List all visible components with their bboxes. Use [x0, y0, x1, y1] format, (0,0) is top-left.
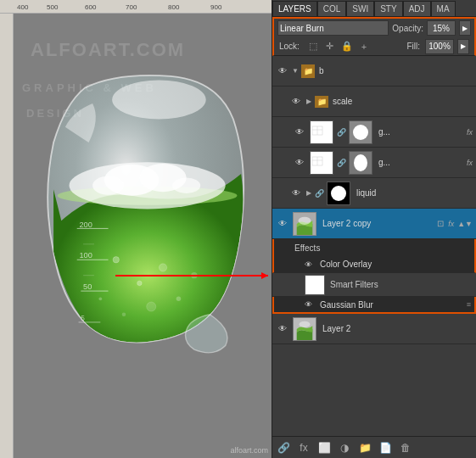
effect-name-gaussian-blur: Gaussian Blur	[320, 300, 373, 310]
visibility-smart-filters[interactable]: 👁	[286, 278, 300, 292]
canvas-area: 400 500 600 700 800 900 ALFOART.COM GRAP…	[0, 0, 272, 458]
opacity-input[interactable]	[427, 20, 456, 36]
layer-item-b[interactable]: 👁 ▼ 📁 b	[272, 56, 476, 87]
thumb-g1-mask	[349, 120, 372, 144]
adjustment-icon[interactable]: ◑	[337, 440, 352, 455]
svg-point-32	[354, 154, 367, 171]
watermark-brand: ALFOART.COM	[31, 39, 185, 61]
layer-item-liquid[interactable]: 👁 ▶ 🔗 liquid	[272, 178, 476, 209]
thumb-liquid	[327, 182, 350, 205]
svg-point-28	[353, 125, 368, 140]
layer-item-g2[interactable]: 👁 🔗 g... fx	[272, 148, 476, 178]
expand-liquid[interactable]: ▶	[305, 187, 313, 200]
tab-adj[interactable]: ADJ	[403, 1, 431, 16]
layer-name-layer2copy: Layer 2 copy	[322, 219, 434, 228]
new-layer-icon[interactable]: 📄	[378, 440, 393, 455]
layer-name-g2: g...	[378, 158, 463, 167]
ruler-left	[0, 14, 14, 458]
svg-point-35	[299, 216, 311, 224]
visibility-scale[interactable]: 👁	[289, 95, 303, 109]
folder-icon-b: 📁	[301, 64, 315, 78]
svg-point-13	[99, 297, 103, 300]
ruler-num-600: 600	[85, 3, 96, 11]
svg-point-33	[331, 186, 346, 201]
expand-scale[interactable]: ▶	[305, 95, 313, 109]
visibility-liquid[interactable]: 👁	[289, 187, 303, 200]
layer-item-layer2[interactable]: 👁 Layer 2	[272, 314, 476, 344]
visibility-gaussian-blur[interactable]: 👁	[301, 298, 315, 311]
tab-swi[interactable]: SWI	[346, 1, 374, 16]
visibility-b[interactable]: 👁	[276, 64, 289, 78]
link-layers-icon[interactable]: 🔗	[276, 440, 291, 455]
tab-layers[interactable]: LAYERS	[272, 1, 317, 16]
gaussian-blur-icon: ≡	[467, 300, 471, 309]
tab-ma[interactable]: MA	[431, 1, 456, 16]
layers-bottom-toolbar: 🔗 fx ⬜ ◑ 📁 📄 🗑	[272, 436, 476, 458]
link-liquid: 🔗	[315, 187, 323, 200]
svg-text:5: 5	[81, 315, 85, 322]
fill-arrow[interactable]: ▶	[457, 39, 469, 54]
link-g2: 🔗	[337, 156, 345, 170]
tab-col[interactable]: COL	[317, 1, 347, 16]
opacity-arrow[interactable]: ▶	[459, 20, 471, 36]
thumb-g1-white	[310, 120, 333, 144]
order-arrow-layer2copy: ▲▼	[457, 220, 473, 228]
layer-item-g1[interactable]: 👁 🔗 g... fx	[272, 117, 476, 148]
svg-point-14	[159, 264, 166, 271]
svg-point-12	[137, 281, 143, 286]
fx-badge-layer2copy: fx	[448, 220, 454, 228]
layers-list: 👁 ▼ 📁 b 👁 ▶ 📁 scale 👁 🔗	[272, 56, 476, 436]
visibility-layer2copy[interactable]: 👁	[276, 217, 289, 231]
layer-arrow-indicator	[115, 275, 268, 276]
folder-icon-scale: 📁	[315, 96, 328, 108]
ruler-num-900: 900	[210, 3, 221, 11]
svg-point-16	[122, 312, 126, 316]
panel-tabs: LAYERS COL SWI STY ADJ MA	[272, 0, 476, 17]
svg-point-24	[112, 80, 206, 119]
lock-pixels-icon[interactable]: ⬚	[306, 40, 320, 53]
blend-mode-select[interactable]: Linear Burn	[277, 20, 389, 36]
lock-all-icon[interactable]: +	[357, 40, 371, 53]
lock-fill-row: Lock: ⬚ ✛ 🔒 + Fill: ▶	[272, 37, 476, 56]
visibility-layer2[interactable]: 👁	[276, 322, 289, 336]
lock-image-icon[interactable]: 🔒	[340, 40, 354, 53]
layer-style-icon[interactable]: fx	[296, 440, 311, 455]
expand-b[interactable]: ▼	[291, 64, 300, 78]
svg-point-37	[300, 321, 311, 327]
fx-badge-g1: fx	[467, 128, 473, 137]
layer-item-layer2copy[interactable]: 👁 Layer 2 copy ⊡ fx ▲▼	[272, 209, 476, 239]
smart-object-layer2copy: ⊡	[436, 217, 445, 231]
add-mask-icon[interactable]: ⬜	[316, 440, 332, 455]
new-group-icon[interactable]: 📁	[357, 440, 372, 455]
lock-label: Lock:	[279, 42, 300, 51]
ruler-top: 400 500 600 700 800 900	[0, 0, 272, 14]
layer-name-scale: scale	[333, 97, 473, 106]
svg-point-23	[172, 178, 200, 193]
visibility-g1[interactable]: 👁	[293, 126, 306, 139]
smart-filters-item: 👁 Smart Filters	[272, 273, 476, 297]
layer-name-g1: g...	[378, 127, 463, 137]
layer-item-scale[interactable]: 👁 ▶ 📁 scale	[272, 87, 476, 117]
thumb-g2-white	[310, 151, 333, 175]
visibility-color-overlay[interactable]: 👁	[301, 258, 315, 271]
fill-label: Fill:	[406, 42, 420, 51]
blend-opacity-row: Linear Burn Opacity: ▶	[272, 17, 476, 37]
effect-color-overlay[interactable]: 👁 Color Overlay	[272, 256, 476, 273]
effect-name-color-overlay: Color Overlay	[320, 260, 372, 269]
canvas-content: ALFOART.COM GRAPHIC & WEB DESIGN	[14, 14, 272, 458]
lock-move-icon[interactable]: ✛	[323, 40, 337, 53]
site-watermark: alfoart.com	[230, 446, 268, 455]
ruler-num-400: 400	[17, 3, 28, 11]
layers-panel: LAYERS COL SWI STY ADJ MA Linear Burn Op…	[272, 0, 476, 458]
thumb-g2-mask	[349, 151, 372, 175]
effect-gaussian-blur[interactable]: 👁 Gaussian Blur ≡	[272, 297, 476, 314]
visibility-g2[interactable]: 👁	[293, 156, 306, 170]
tab-sty[interactable]: STY	[374, 1, 402, 16]
ruler-num-500: 500	[47, 3, 58, 11]
svg-text:50: 50	[83, 282, 92, 291]
delete-layer-icon[interactable]: 🗑	[398, 440, 413, 455]
svg-point-11	[113, 257, 119, 263]
ruler-num-700: 700	[126, 3, 137, 11]
fill-input[interactable]	[425, 39, 454, 54]
smart-filters-label: Smart Filters	[330, 280, 378, 289]
